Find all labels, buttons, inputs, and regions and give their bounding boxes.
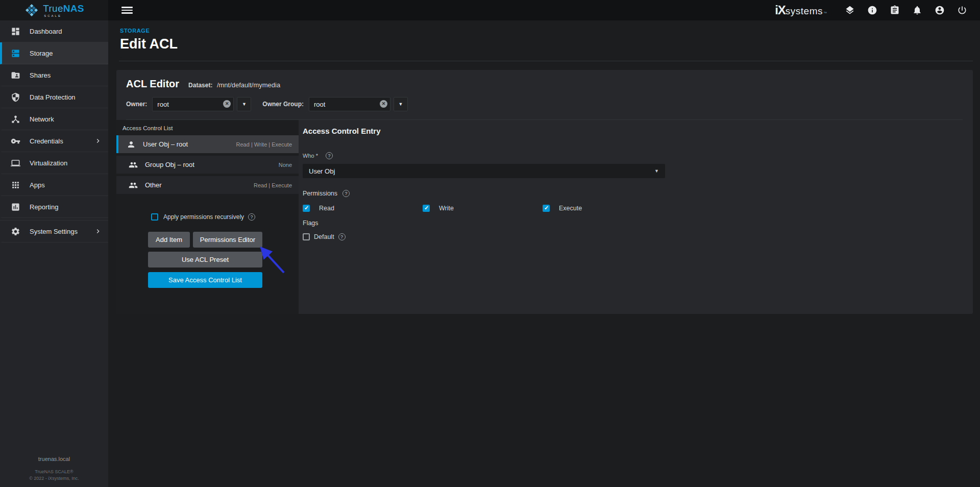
apply-recursively-checkbox[interactable] [151, 213, 158, 221]
copyright: © 2022 - iXsystems, Inc. [0, 476, 108, 481]
save-access-control-list-button[interactable]: Save Access Control List [148, 272, 262, 288]
top-bar: TrueNAS SCALE iXsystems™ [0, 0, 980, 20]
storage-icon [10, 48, 20, 58]
chevron-right-icon [94, 227, 102, 235]
brand-name: TrueNAS [43, 4, 84, 13]
add-item-button[interactable]: Add Item [148, 232, 190, 248]
owner-label: Owner: [126, 101, 147, 108]
title-divider [119, 61, 973, 61]
hostname: truenas.local [0, 456, 108, 462]
laptop-icon [10, 158, 20, 168]
default-flag-label[interactable]: Default [314, 233, 334, 240]
brand-edition: SCALE [44, 14, 84, 17]
shared-folder-icon [10, 70, 20, 80]
use-acl-preset-button[interactable]: Use ACL Preset [148, 252, 262, 267]
entry-permissions: Read | Execute [254, 182, 292, 188]
apps-grid-icon [10, 180, 20, 190]
sidebar-item-reporting[interactable]: Reporting [0, 196, 108, 218]
read-label[interactable]: Read [319, 205, 334, 212]
acl-list-title: Access Control List [116, 120, 299, 135]
truecommand-icon[interactable] [844, 5, 855, 16]
breadcrumb[interactable]: STORAGE [120, 28, 980, 34]
dataset-label: Dataset: [188, 82, 212, 89]
power-icon[interactable] [957, 5, 968, 16]
entry-permissions: Read | Write | Execute [236, 141, 292, 148]
flags-label: Flags [303, 220, 973, 227]
truenas-logo[interactable]: TrueNAS SCALE [0, 0, 108, 20]
group-icon [129, 160, 138, 169]
info-icon[interactable] [867, 5, 878, 16]
truenas-logo-icon [24, 4, 39, 17]
key-icon [10, 136, 20, 146]
chevron-down-icon: ▼ [654, 168, 659, 174]
tasks-icon[interactable] [889, 5, 900, 16]
owner-group-input[interactable] [309, 97, 390, 111]
write-checkbox[interactable] [423, 205, 430, 212]
bar-chart-icon [10, 202, 20, 212]
group-icon [129, 181, 138, 190]
sidebar-item-dashboard[interactable]: Dashboard [0, 20, 108, 42]
acl-editor-title: ACL Editor [126, 78, 179, 90]
owner-dropdown-icon[interactable]: ▼ [237, 97, 251, 111]
owner-group-clear-icon[interactable]: ✕ [380, 100, 387, 108]
sidebar-item-shares[interactable]: Shares [0, 64, 108, 86]
access-control-list-panel: Access Control List User Obj – root Read… [116, 120, 299, 314]
ixsystems-logo: iXsystems™ [775, 3, 827, 17]
menu-toggle-icon[interactable] [121, 5, 133, 16]
who-label: Who * [303, 153, 318, 159]
write-label[interactable]: Write [439, 205, 454, 212]
chevron-right-icon [94, 137, 102, 145]
help-icon[interactable]: ? [338, 233, 346, 240]
sidebar-item-virtualization[interactable]: Virtualization [0, 152, 108, 174]
acl-entry-user-obj[interactable]: User Obj – root Read | Write | Execute [116, 135, 299, 153]
sidebar-item-data-protection[interactable]: Data Protection [0, 86, 108, 108]
apply-recursively-label[interactable]: Apply permissions recursively [163, 213, 244, 221]
help-icon[interactable]: ? [342, 190, 350, 197]
acl-entry-other[interactable]: Other Read | Execute [116, 176, 299, 194]
access-control-entry-panel: Access Control Entry Who * ? User Obj ▼ … [299, 120, 973, 314]
dataset-path: /mnt/default/mymedia [217, 81, 280, 89]
ace-title: Access Control Entry [303, 127, 973, 135]
notifications-bell-icon[interactable] [912, 5, 923, 16]
sidebar-item-storage[interactable]: Storage [0, 42, 108, 64]
network-hub-icon [10, 114, 20, 124]
entry-permissions: None [279, 162, 292, 168]
execute-label[interactable]: Execute [559, 205, 582, 212]
default-flag-checkbox[interactable] [303, 233, 310, 240]
help-icon[interactable]: ? [326, 152, 333, 159]
permissions-label: Permissions [303, 190, 337, 197]
account-icon[interactable] [934, 5, 945, 16]
acl-entry-group-obj[interactable]: Group Obj – root None [116, 156, 299, 174]
sidebar-item-system-settings[interactable]: System Settings [0, 221, 108, 242]
who-select[interactable]: User Obj ▼ [303, 164, 665, 178]
shield-icon [10, 92, 20, 102]
owner-input[interactable] [152, 97, 234, 111]
product-name: TrueNAS SCALE® [0, 469, 108, 474]
owner-group-label: Owner Group: [262, 101, 304, 108]
permissions-editor-button[interactable]: Permissions Editor [193, 232, 262, 248]
main-content: STORAGE Edit ACL ACL Editor Dataset: /mn… [108, 20, 980, 487]
sidebar-item-apps[interactable]: Apps [0, 174, 108, 196]
sidebar-item-network[interactable]: Network [0, 108, 108, 130]
execute-checkbox[interactable] [543, 205, 550, 212]
read-checkbox[interactable] [303, 205, 310, 212]
sidebar-footer: truenas.local TrueNAS SCALE® © 2022 - iX… [0, 456, 108, 487]
person-icon [127, 140, 136, 149]
gear-icon [10, 226, 20, 236]
owner-group-dropdown-icon[interactable]: ▼ [394, 97, 408, 111]
acl-editor-card: ACL Editor Dataset: /mnt/default/mymedia… [116, 70, 973, 314]
page-title: Edit ACL [120, 36, 980, 52]
dashboard-icon [10, 26, 20, 36]
help-icon[interactable]: ? [248, 213, 255, 221]
sidebar: Dashboard Storage Shares Data Protection… [0, 20, 108, 487]
sidebar-item-credentials[interactable]: Credentials [0, 130, 108, 152]
